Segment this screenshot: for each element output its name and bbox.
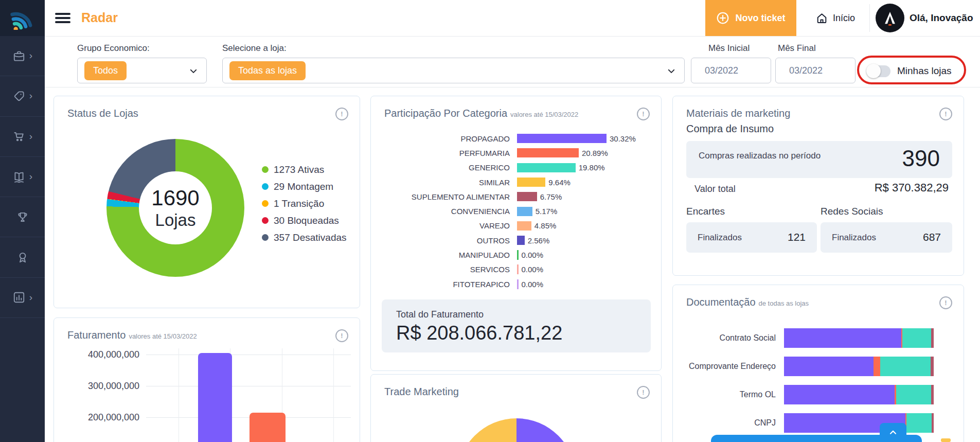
documento-row: Termo OL (673, 380, 964, 409)
valor-total-value: R$ 370.382,29 (875, 181, 949, 195)
info-icon[interactable]: ! (335, 329, 348, 342)
sidebar-item-medal[interactable] (0, 237, 45, 277)
categoria-label: PERFUMARIA (371, 149, 517, 157)
sidebar-item-cart[interactable]: › (0, 117, 45, 157)
sidebar-nav: ››››› (0, 36, 45, 318)
y-axis-tick: 300,000,000 (73, 381, 139, 392)
info-icon[interactable]: ! (335, 108, 348, 120)
documento-label: Termo OL (673, 390, 784, 399)
chevron-right-icon: › (29, 131, 32, 141)
legend-dot (262, 166, 269, 173)
categoria-bar (517, 163, 576, 172)
novo-ticket-button[interactable]: Novo ticket (705, 0, 796, 36)
chevron-down-icon (189, 66, 198, 76)
categoria-value: 5.17% (536, 207, 558, 216)
categoria-bar (517, 250, 519, 260)
categoria-value: 0.00% (522, 265, 544, 274)
inicio-link[interactable]: Início (815, 0, 855, 36)
info-icon[interactable]: ! (637, 108, 650, 120)
categoria-label: SUPLEMENTO ALIMENTAR (371, 192, 517, 201)
chevron-down-icon (667, 66, 676, 76)
documento-bar (784, 357, 934, 376)
card-title: Participação Por Categoriavalores até 15… (384, 108, 578, 119)
encartes-title: Encartes (686, 206, 725, 217)
dashboard-page: ››››› Radar Novo ticket Início Olá, Inov… (0, 0, 980, 442)
tag-icon (12, 90, 26, 103)
categoria-value: 20.89% (582, 149, 608, 157)
card-title: Status de Lojas (67, 108, 138, 119)
trade-donut-chart (457, 418, 576, 442)
donut-center-label: 1690 Lojas (106, 139, 244, 277)
sidebar-item-book[interactable]: › (0, 157, 45, 197)
chevron-right-icon: › (29, 91, 32, 100)
user-greeting: Olá, Inovação (910, 12, 973, 24)
chat-accent-icon (941, 438, 951, 442)
chevron-right-icon: › (29, 50, 32, 60)
participacao-card: Participação Por Categoriavalores até 15… (370, 96, 662, 371)
header-divider (869, 4, 870, 32)
categoria-value: 0.00% (522, 251, 544, 259)
documento-bar-segment (880, 357, 930, 376)
sidebar-item-tag[interactable]: › (0, 76, 45, 116)
loja-select[interactable]: Todas as lojas (222, 58, 685, 83)
total-faturamento-box: Total do Faturamento R$ 208.066.781,22 (382, 299, 651, 352)
legend-item: 1273 Ativas (262, 161, 347, 178)
materiais-marketing-card: Materiais de marketing ! Compra de Insum… (672, 96, 964, 276)
categoria-bars: PROPAGADO30.32%PERFUMARIA20.89%GENERICO1… (371, 131, 661, 291)
encartes-box: Finalizados 121 (686, 222, 817, 253)
documento-bar-segment (784, 357, 874, 376)
grupo-economico-select[interactable]: Todos (77, 58, 207, 83)
chevron-right-icon: › (29, 171, 32, 181)
categoria-label: SIMILAR (371, 178, 517, 187)
legend-item: 30 Bloqueadas (262, 212, 347, 229)
categoria-value: 4.85% (534, 221, 557, 230)
faturamento-bar (250, 413, 286, 442)
app-logo[interactable] (0, 0, 45, 36)
mes-inicial-input[interactable] (691, 58, 771, 83)
documento-bar-segment (932, 413, 934, 433)
info-icon[interactable]: ! (637, 386, 650, 399)
chevron-right-icon: › (29, 292, 32, 302)
loja-selected-chip: Todas as lojas (229, 61, 306, 80)
trophy-icon (16, 210, 29, 224)
documento-bar-segment (784, 385, 895, 404)
menu-icon[interactable] (55, 13, 70, 23)
scroll-top-button[interactable] (880, 423, 906, 442)
legend-dot (262, 234, 269, 241)
categoria-row: VAREJO4.85% (371, 219, 661, 233)
categoria-value: 2.56% (528, 236, 550, 245)
sidebar-item-bar-chart[interactable]: › (0, 278, 45, 318)
sidebar-item-briefcase[interactable]: › (0, 36, 45, 76)
redes-sociais-title: Redes Sociais (821, 206, 883, 217)
compra-insumo-title: Compra de Insumo (686, 123, 774, 135)
categoria-label: VAREJO (371, 221, 517, 230)
categoria-row: SIMILAR9.64% (371, 175, 661, 189)
legend-dot (262, 183, 269, 190)
categoria-bar (517, 264, 519, 274)
categoria-bar (517, 148, 579, 157)
cart-icon (12, 130, 26, 143)
documento-bar (784, 413, 934, 433)
documento-bar-segment (931, 385, 934, 404)
card-title: Trade Marketing (384, 386, 459, 398)
avatar[interactable] (876, 4, 904, 32)
documento-bar-segment (931, 328, 934, 348)
documento-row: CNPJ (673, 409, 964, 437)
categoria-bar (517, 192, 537, 201)
legend-label: 1 Transição (274, 198, 324, 209)
documentacao-card: Documentaçãode todas as lojas ! Contrato… (672, 285, 964, 442)
mes-final-input[interactable] (775, 58, 856, 83)
legend-label: 29 Montagem (274, 181, 333, 192)
categoria-row: FITOTERAPICO0.00% (371, 277, 661, 291)
info-icon[interactable]: ! (939, 108, 952, 120)
info-icon[interactable]: ! (939, 296, 952, 309)
annotation-highlight (857, 56, 966, 84)
categoria-bar (517, 134, 607, 143)
redes-box: Finalizados 687 (821, 222, 952, 253)
y-axis-tick: 400,000,000 (73, 349, 139, 360)
documento-bar-segment (931, 357, 934, 376)
categoria-label: SERVICOS (371, 265, 517, 274)
medal-icon (16, 251, 29, 264)
categoria-row: OUTROS2.56% (371, 233, 661, 247)
sidebar-item-trophy[interactable] (0, 197, 45, 237)
